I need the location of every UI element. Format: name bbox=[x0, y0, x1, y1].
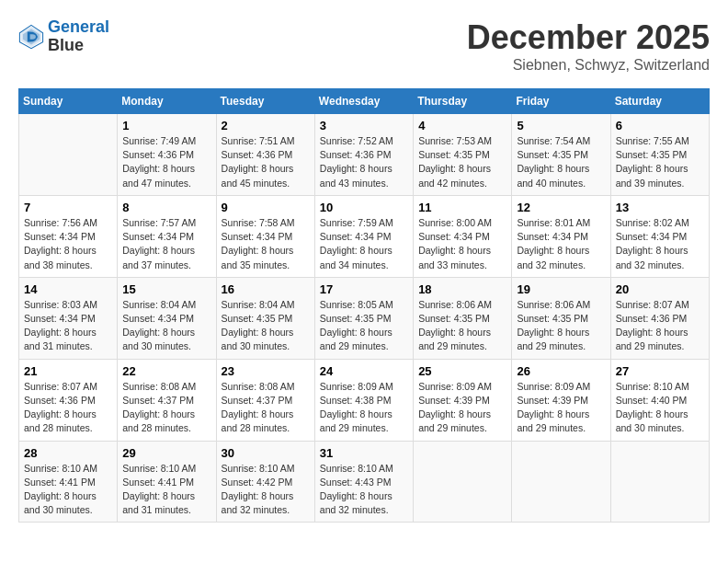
day-number: 3 bbox=[320, 119, 408, 132]
calendar-cell: 25Sunrise: 8:09 AM Sunset: 4:39 PM Dayli… bbox=[414, 359, 512, 441]
day-number: 4 bbox=[418, 119, 506, 132]
day-number: 2 bbox=[222, 119, 310, 132]
day-number: 22 bbox=[122, 364, 210, 378]
calendar-cell: 11Sunrise: 8:00 AM Sunset: 4:34 PM Dayli… bbox=[414, 195, 512, 277]
calendar-cell: 28Sunrise: 8:10 AM Sunset: 4:41 PM Dayli… bbox=[19, 441, 118, 523]
calendar-cell: 24Sunrise: 8:09 AM Sunset: 4:38 PM Dayli… bbox=[314, 359, 413, 441]
calendar-cell: 7Sunrise: 7:56 AM Sunset: 4:34 PM Daylig… bbox=[19, 195, 118, 277]
day-info: Sunrise: 7:56 AM Sunset: 4:34 PM Dayligh… bbox=[24, 216, 112, 272]
day-info: Sunrise: 8:10 AM Sunset: 4:43 PM Dayligh… bbox=[320, 462, 408, 518]
calendar-cell: 10Sunrise: 7:59 AM Sunset: 4:34 PM Dayli… bbox=[314, 195, 413, 277]
day-info: Sunrise: 8:02 AM Sunset: 4:34 PM Dayligh… bbox=[616, 216, 704, 272]
day-number: 27 bbox=[616, 364, 704, 378]
weekday-header: Wednesday bbox=[314, 89, 413, 114]
day-number: 10 bbox=[320, 201, 408, 214]
month-title: December 2025 bbox=[467, 18, 710, 57]
day-info: Sunrise: 7:59 AM Sunset: 4:34 PM Dayligh… bbox=[320, 216, 408, 272]
calendar-cell bbox=[414, 441, 512, 523]
day-number: 28 bbox=[24, 446, 112, 460]
day-info: Sunrise: 8:09 AM Sunset: 4:39 PM Dayligh… bbox=[517, 380, 605, 436]
day-number: 23 bbox=[222, 364, 310, 378]
weekday-header: Friday bbox=[512, 89, 610, 114]
calendar-cell: 22Sunrise: 8:08 AM Sunset: 4:37 PM Dayli… bbox=[118, 359, 216, 441]
day-number: 31 bbox=[320, 446, 408, 460]
calendar-header: SundayMondayTuesdayWednesdayThursdayFrid… bbox=[19, 89, 710, 114]
calendar-cell: 21Sunrise: 8:07 AM Sunset: 4:36 PM Dayli… bbox=[19, 359, 118, 441]
calendar-week-row: 14Sunrise: 8:03 AM Sunset: 4:34 PM Dayli… bbox=[19, 277, 710, 359]
calendar-cell: 17Sunrise: 8:05 AM Sunset: 4:35 PM Dayli… bbox=[314, 277, 413, 359]
weekday-header: Sunday bbox=[19, 89, 118, 114]
day-info: Sunrise: 8:10 AM Sunset: 4:41 PM Dayligh… bbox=[122, 462, 210, 518]
day-info: Sunrise: 8:06 AM Sunset: 4:35 PM Dayligh… bbox=[517, 298, 605, 354]
calendar-body: 1Sunrise: 7:49 AM Sunset: 4:36 PM Daylig… bbox=[19, 114, 710, 523]
calendar-cell: 15Sunrise: 8:04 AM Sunset: 4:34 PM Dayli… bbox=[118, 277, 216, 359]
day-number: 18 bbox=[418, 282, 506, 296]
calendar-cell: 26Sunrise: 8:09 AM Sunset: 4:39 PM Dayli… bbox=[512, 359, 610, 441]
page-header: General Blue December 2025 Siebnen, Schw… bbox=[18, 18, 710, 74]
calendar-cell: 3Sunrise: 7:52 AM Sunset: 4:36 PM Daylig… bbox=[314, 114, 413, 196]
day-info: Sunrise: 8:10 AM Sunset: 4:42 PM Dayligh… bbox=[222, 462, 310, 518]
day-number: 6 bbox=[616, 119, 704, 132]
calendar-cell: 29Sunrise: 8:10 AM Sunset: 4:41 PM Dayli… bbox=[118, 441, 216, 523]
calendar-cell: 31Sunrise: 8:10 AM Sunset: 4:43 PM Dayli… bbox=[314, 441, 413, 523]
location: Siebnen, Schwyz, Switzerland bbox=[467, 57, 710, 74]
day-info: Sunrise: 8:01 AM Sunset: 4:34 PM Dayligh… bbox=[517, 216, 605, 272]
logo-text: General Blue bbox=[48, 18, 109, 55]
calendar-cell: 20Sunrise: 8:07 AM Sunset: 4:36 PM Dayli… bbox=[610, 277, 709, 359]
logo-line1: General bbox=[48, 17, 109, 36]
calendar-week-row: 1Sunrise: 7:49 AM Sunset: 4:36 PM Daylig… bbox=[19, 114, 710, 196]
day-number: 21 bbox=[24, 364, 112, 378]
day-number: 1 bbox=[122, 119, 210, 132]
day-number: 8 bbox=[122, 201, 210, 214]
day-info: Sunrise: 8:00 AM Sunset: 4:34 PM Dayligh… bbox=[418, 216, 506, 272]
title-section: December 2025 Siebnen, Schwyz, Switzerla… bbox=[467, 18, 710, 74]
day-number: 5 bbox=[517, 119, 605, 132]
calendar-cell bbox=[19, 114, 118, 196]
calendar-cell: 12Sunrise: 8:01 AM Sunset: 4:34 PM Dayli… bbox=[512, 195, 610, 277]
day-number: 24 bbox=[320, 364, 408, 378]
day-info: Sunrise: 8:10 AM Sunset: 4:41 PM Dayligh… bbox=[24, 462, 112, 518]
logo-line2: Blue bbox=[48, 37, 109, 55]
calendar-cell: 9Sunrise: 7:58 AM Sunset: 4:34 PM Daylig… bbox=[216, 195, 314, 277]
calendar-cell: 14Sunrise: 8:03 AM Sunset: 4:34 PM Dayli… bbox=[19, 277, 118, 359]
day-number: 17 bbox=[320, 282, 408, 296]
day-number: 19 bbox=[517, 282, 605, 296]
calendar-table: SundayMondayTuesdayWednesdayThursdayFrid… bbox=[18, 88, 710, 523]
day-info: Sunrise: 8:08 AM Sunset: 4:37 PM Dayligh… bbox=[222, 380, 310, 436]
calendar-cell bbox=[512, 441, 610, 523]
weekday-header: Saturday bbox=[610, 89, 709, 114]
day-info: Sunrise: 8:10 AM Sunset: 4:40 PM Dayligh… bbox=[616, 380, 704, 436]
day-info: Sunrise: 7:51 AM Sunset: 4:36 PM Dayligh… bbox=[222, 134, 310, 190]
calendar-cell: 6Sunrise: 7:55 AM Sunset: 4:35 PM Daylig… bbox=[610, 114, 709, 196]
day-number: 9 bbox=[222, 201, 310, 214]
calendar-week-row: 21Sunrise: 8:07 AM Sunset: 4:36 PM Dayli… bbox=[19, 359, 710, 441]
day-info: Sunrise: 8:08 AM Sunset: 4:37 PM Dayligh… bbox=[122, 380, 210, 436]
weekday-header: Thursday bbox=[414, 89, 512, 114]
day-info: Sunrise: 8:09 AM Sunset: 4:39 PM Dayligh… bbox=[418, 380, 506, 436]
day-number: 25 bbox=[418, 364, 506, 378]
calendar-week-row: 28Sunrise: 8:10 AM Sunset: 4:41 PM Dayli… bbox=[19, 441, 710, 523]
logo-icon bbox=[18, 24, 44, 50]
calendar-cell: 13Sunrise: 8:02 AM Sunset: 4:34 PM Dayli… bbox=[610, 195, 709, 277]
day-info: Sunrise: 7:52 AM Sunset: 4:36 PM Dayligh… bbox=[320, 134, 408, 190]
day-info: Sunrise: 7:49 AM Sunset: 4:36 PM Dayligh… bbox=[122, 134, 210, 190]
day-info: Sunrise: 8:07 AM Sunset: 4:36 PM Dayligh… bbox=[24, 380, 112, 436]
calendar-cell: 19Sunrise: 8:06 AM Sunset: 4:35 PM Dayli… bbox=[512, 277, 610, 359]
calendar-cell: 8Sunrise: 7:57 AM Sunset: 4:34 PM Daylig… bbox=[118, 195, 216, 277]
day-info: Sunrise: 8:07 AM Sunset: 4:36 PM Dayligh… bbox=[616, 298, 704, 354]
day-info: Sunrise: 8:06 AM Sunset: 4:35 PM Dayligh… bbox=[418, 298, 506, 354]
calendar-cell: 27Sunrise: 8:10 AM Sunset: 4:40 PM Dayli… bbox=[610, 359, 709, 441]
day-info: Sunrise: 7:53 AM Sunset: 4:35 PM Dayligh… bbox=[418, 134, 506, 190]
calendar-cell: 18Sunrise: 8:06 AM Sunset: 4:35 PM Dayli… bbox=[414, 277, 512, 359]
day-info: Sunrise: 8:09 AM Sunset: 4:38 PM Dayligh… bbox=[320, 380, 408, 436]
day-number: 29 bbox=[122, 446, 210, 460]
day-number: 7 bbox=[24, 201, 112, 214]
day-number: 12 bbox=[517, 201, 605, 214]
calendar-cell: 1Sunrise: 7:49 AM Sunset: 4:36 PM Daylig… bbox=[118, 114, 216, 196]
day-info: Sunrise: 8:05 AM Sunset: 4:35 PM Dayligh… bbox=[320, 298, 408, 354]
day-number: 13 bbox=[616, 201, 704, 214]
day-number: 16 bbox=[222, 282, 310, 296]
day-number: 15 bbox=[122, 282, 210, 296]
weekday-header: Tuesday bbox=[216, 89, 314, 114]
day-number: 11 bbox=[418, 201, 506, 214]
